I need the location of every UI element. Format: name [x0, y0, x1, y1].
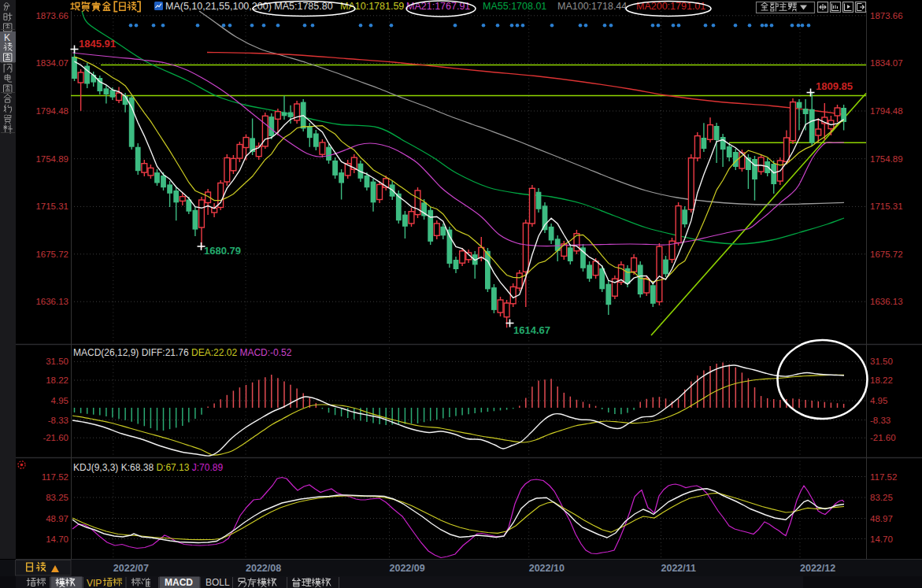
svg-text:1794.48: 1794.48	[870, 106, 903, 116]
svg-text:18.22: 18.22	[46, 375, 69, 385]
svg-text:31.50: 31.50	[870, 357, 893, 366]
svg-text:1675.72: 1675.72	[870, 250, 903, 259]
svg-text:-21.60: -21.60	[43, 433, 69, 442]
svg-text:48.97: 48.97	[46, 514, 69, 523]
svg-text:1715.31: 1715.31	[870, 202, 903, 211]
svg-text:31.50: 31.50	[46, 357, 69, 366]
svg-text:1614.67: 1614.67	[513, 324, 550, 336]
svg-text:1873.66: 1873.66	[870, 11, 903, 20]
svg-text:MA(5,10,21,55,100,200) MA5:17: MA(5,10,21,55,100,200) MA5:1785.80	[165, 1, 333, 12]
svg-text:48.97: 48.97	[870, 514, 893, 523]
svg-text:1794.48: 1794.48	[35, 106, 69, 116]
svg-text:1809.85: 1809.85	[816, 80, 853, 92]
svg-text:1834.07: 1834.07	[870, 58, 903, 68]
svg-text:-21.60: -21.60	[870, 433, 896, 442]
svg-text:2022/11: 2022/11	[661, 563, 697, 574]
svg-text:14.70: 14.70	[46, 534, 69, 544]
svg-text:VIP: VIP	[87, 578, 102, 588]
svg-text:2022/09: 2022/09	[390, 563, 425, 574]
svg-text:MA10:1781.59: MA10:1781.59	[340, 1, 404, 12]
svg-text:-8.33: -8.33	[48, 416, 69, 425]
svg-text:1845.91: 1845.91	[79, 38, 116, 50]
svg-text:83.25: 83.25	[870, 493, 893, 502]
svg-text:14.70: 14.70	[870, 534, 893, 544]
svg-text:4.95: 4.95	[51, 396, 69, 405]
svg-text:2022/08: 2022/08	[246, 563, 281, 574]
svg-text:18.22: 18.22	[870, 375, 893, 385]
svg-text:1834.07: 1834.07	[35, 58, 69, 68]
svg-text:2022/07: 2022/07	[113, 563, 149, 574]
svg-text:BOLL: BOLL	[206, 577, 230, 588]
svg-text:MA100:1718.44: MA100:1718.44	[557, 1, 627, 12]
svg-text:117.52: 117.52	[42, 472, 69, 482]
svg-text:1675.72: 1675.72	[35, 250, 69, 259]
svg-text:2022/12: 2022/12	[800, 563, 835, 574]
svg-text:MACD: MACD	[165, 577, 193, 588]
svg-text:1680.79: 1680.79	[204, 245, 241, 257]
svg-text:MA55:1708.01: MA55:1708.01	[483, 1, 546, 12]
svg-text:1636.13: 1636.13	[870, 297, 903, 306]
svg-text:4.95: 4.95	[870, 396, 887, 405]
svg-text:1873.66: 1873.66	[35, 11, 69, 20]
svg-text:1754.89: 1754.89	[35, 154, 69, 164]
svg-text:83.25: 83.25	[46, 493, 69, 502]
svg-text:117.52: 117.52	[870, 472, 897, 482]
svg-text:1754.89: 1754.89	[870, 154, 903, 164]
svg-text:-8.33: -8.33	[870, 416, 891, 425]
svg-text:K: K	[4, 32, 10, 43]
svg-text:MACD(26,12,9) DIFF:21.76 DEA:2: MACD(26,12,9) DIFF:21.76 DEA:22.02 MACD:…	[73, 347, 292, 358]
svg-text:1715.31: 1715.31	[35, 202, 69, 211]
svg-text:KDJ(9,3,3) K:68.38 D:67.13 J:7: KDJ(9,3,3) K:68.38 D:67.13 J:70.89	[73, 462, 223, 473]
svg-text:2022/10: 2022/10	[529, 563, 565, 574]
svg-text:1636.13: 1636.13	[35, 297, 69, 306]
